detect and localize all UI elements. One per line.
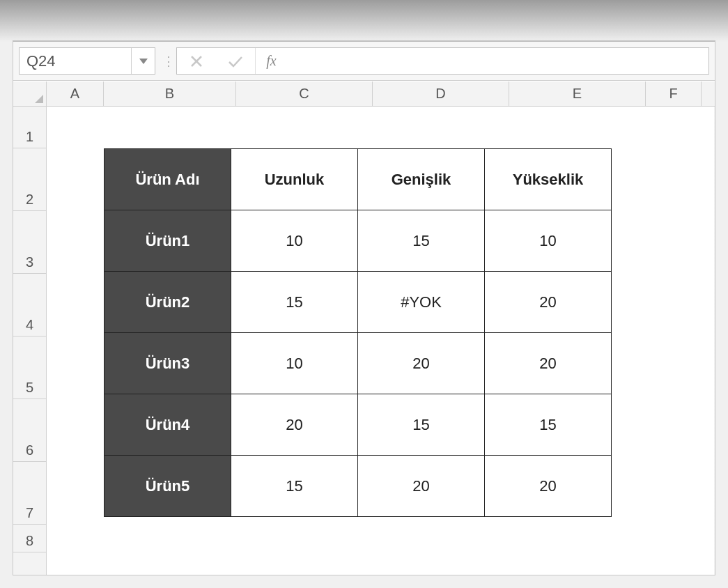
row-label[interactable]: Ürün4 <box>104 394 231 456</box>
cell-value[interactable]: 20 <box>358 456 485 517</box>
column-header-D[interactable]: D <box>373 82 509 106</box>
cell-value[interactable]: 10 <box>485 210 612 272</box>
cell-value[interactable]: 10 <box>231 333 358 394</box>
table-header-row: Ürün Adı Uzunluk Genişlik Yükseklik <box>104 149 612 210</box>
formula-bar-row: Q24 ⋮ fx <box>13 42 715 81</box>
table-row: Ürün1 10 15 10 <box>104 210 612 272</box>
row-header-5[interactable]: 5 <box>13 336 46 399</box>
products-table: Ürün Adı Uzunluk Genişlik Yükseklik Ürün… <box>104 148 612 517</box>
cells-canvas[interactable]: Ürün Adı Uzunluk Genişlik Yükseklik Ürün… <box>47 107 715 575</box>
row-header-8[interactable]: 8 <box>13 525 46 552</box>
row-header-4[interactable]: 4 <box>13 274 46 336</box>
cell-value[interactable]: 20 <box>231 394 358 456</box>
row-header-2[interactable]: 2 <box>13 148 46 211</box>
column-headers: A B C D E F <box>13 82 715 107</box>
row-header-3[interactable]: 3 <box>13 211 46 274</box>
formula-input[interactable] <box>287 48 708 74</box>
table-row: Ürün4 20 15 15 <box>104 394 612 456</box>
row-header-6[interactable]: 6 <box>13 399 46 462</box>
formula-bar-separator: ⋮ <box>161 42 176 80</box>
select-all-corner[interactable] <box>13 82 47 106</box>
cell-value[interactable]: 20 <box>358 333 485 394</box>
cell-value[interactable]: 15 <box>358 394 485 456</box>
cell-value[interactable]: 15 <box>485 394 612 456</box>
table-row: Ürün3 10 20 20 <box>104 333 612 394</box>
insert-function-button[interactable]: fx <box>255 48 287 74</box>
name-box-dropdown[interactable] <box>131 48 155 74</box>
header-product-name[interactable]: Ürün Adı <box>104 149 231 210</box>
check-icon <box>227 54 244 68</box>
formula-controls: fx <box>176 47 709 75</box>
cell-value[interactable]: 20 <box>485 272 612 333</box>
cell-value[interactable]: 20 <box>485 456 612 517</box>
header-height[interactable]: Yükseklik <box>485 149 612 210</box>
row-header-1[interactable]: 1 <box>13 107 46 148</box>
enter-formula-button[interactable] <box>216 48 255 74</box>
column-header-E[interactable]: E <box>509 82 646 106</box>
row-header-7[interactable]: 7 <box>13 462 46 525</box>
header-length[interactable]: Uzunluk <box>231 149 358 210</box>
name-box[interactable]: Q24 <box>19 47 155 75</box>
row-label[interactable]: Ürün2 <box>104 272 231 333</box>
column-header-C[interactable]: C <box>236 82 373 106</box>
cell-value[interactable]: 15 <box>231 272 358 333</box>
cell-value[interactable]: 10 <box>231 210 358 272</box>
header-width[interactable]: Genişlik <box>358 149 485 210</box>
spreadsheet-window: Q24 ⋮ fx <box>13 40 715 575</box>
column-header-A[interactable]: A <box>47 82 104 106</box>
grid-area: A B C D E F 1 2 3 4 5 6 7 8 Ürün Adı <box>13 82 715 575</box>
cancel-formula-button[interactable] <box>177 48 216 74</box>
row-label[interactable]: Ürün3 <box>104 333 231 394</box>
column-header-B[interactable]: B <box>104 82 236 106</box>
svg-marker-0 <box>139 59 148 64</box>
row-label[interactable]: Ürün1 <box>104 210 231 272</box>
cell-value[interactable]: #YOK <box>358 272 485 333</box>
x-icon <box>189 54 203 68</box>
column-header-F[interactable]: F <box>646 82 702 106</box>
chevron-down-icon <box>139 58 148 65</box>
window-top-shadow <box>0 0 728 42</box>
name-box-value: Q24 <box>20 52 131 70</box>
grid-body: 1 2 3 4 5 6 7 8 Ürün Adı Uzunluk Genişli… <box>13 107 715 575</box>
cell-value[interactable]: 15 <box>358 210 485 272</box>
row-headers: 1 2 3 4 5 6 7 8 <box>13 107 47 575</box>
row-label[interactable]: Ürün5 <box>104 456 231 517</box>
cell-value[interactable]: 15 <box>231 456 358 517</box>
table-row: Ürün5 15 20 20 <box>104 456 612 517</box>
table-row: Ürün2 15 #YOK 20 <box>104 272 612 333</box>
cell-value[interactable]: 20 <box>485 333 612 394</box>
